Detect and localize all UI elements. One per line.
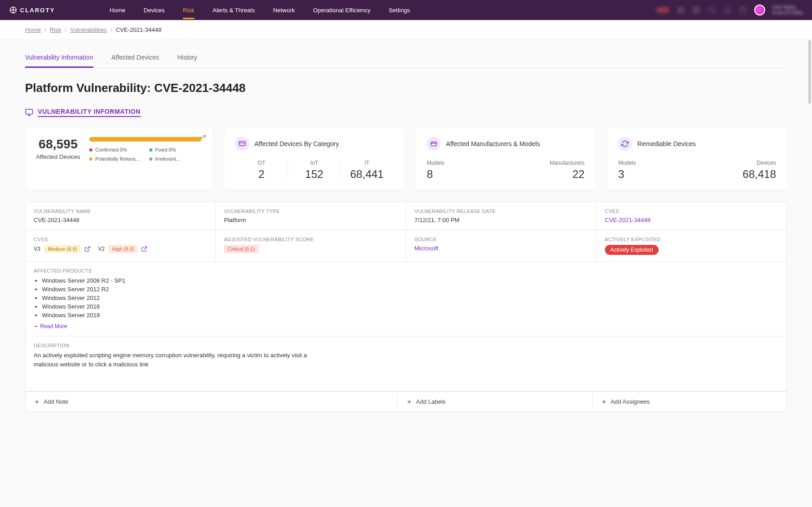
action-label: Add Labels bbox=[416, 398, 446, 405]
crumb-risk[interactable]: Risk bbox=[50, 26, 61, 33]
legend-irrelevant: Irrelevant... bbox=[149, 156, 202, 162]
cell-label: ADJUSTED VULNERABILITY SCORE bbox=[224, 237, 397, 242]
crumb-sep: / bbox=[65, 26, 67, 33]
nav-devices[interactable]: Devices bbox=[144, 1, 165, 19]
cell-cvss: CVSS V3 Medium (6.8) V2 High (9.3) bbox=[25, 230, 216, 261]
scrollbar[interactable] bbox=[808, 40, 811, 104]
cell-release-date: VULNERABILITY RELEASE DATE 7/12/21, 7:00… bbox=[406, 202, 597, 230]
cell-label: ACTIVELY EXPLOITED bbox=[605, 237, 778, 242]
read-more-button[interactable]: Read More bbox=[34, 323, 778, 330]
status-pill[interactable] bbox=[656, 7, 670, 13]
cvss-v3-badge: Medium (6.8) bbox=[44, 245, 81, 253]
svg-line-17 bbox=[87, 247, 90, 249]
products-list: Windows Server 2008 R2 - SP1 Windows Ser… bbox=[42, 277, 778, 319]
tab-affected-devices[interactable]: Affected Devices bbox=[112, 48, 159, 68]
card-manufacturers: Affected Manufacturers & Models Models 8… bbox=[416, 128, 596, 190]
nav-alerts[interactable]: Alerts & Threats bbox=[213, 1, 255, 19]
affected-count: 68,595 bbox=[36, 137, 80, 152]
add-labels-button[interactable]: Add Labels bbox=[398, 392, 593, 411]
cell-vuln-type: VULNERABILITY TYPE Platform bbox=[216, 202, 406, 230]
nav-items: Home Devices Risk Alerts & Threats Netwo… bbox=[110, 1, 410, 19]
stat-value: 68,418 bbox=[743, 168, 776, 181]
svg-rect-13 bbox=[239, 142, 245, 146]
external-link-icon[interactable] bbox=[84, 246, 91, 252]
avs-badge: Critical (9.1) bbox=[224, 245, 258, 253]
nav-settings[interactable]: Settings bbox=[389, 1, 410, 19]
cell-label: CVES bbox=[605, 208, 778, 214]
nav-network[interactable]: Network bbox=[273, 1, 295, 19]
external-link-icon[interactable] bbox=[141, 246, 147, 252]
help-icon[interactable] bbox=[739, 6, 747, 14]
cve-link[interactable]: CVE-2021-34448 bbox=[605, 217, 778, 223]
search-icon[interactable] bbox=[708, 6, 716, 14]
crumb-sep: / bbox=[45, 26, 46, 33]
nav-risk[interactable]: Risk bbox=[183, 1, 194, 19]
stat-label: Models bbox=[618, 160, 636, 166]
product-item: Windows Server 2008 R2 - SP1 bbox=[42, 277, 778, 284]
product-item: Windows Server 2012 bbox=[42, 294, 778, 301]
tab-vuln-info[interactable]: Vulnerability Information bbox=[25, 48, 93, 68]
avatar[interactable] bbox=[754, 5, 765, 15]
cell-vuln-name: VULNERABILITY NAME CVE-2021-34448 bbox=[25, 202, 216, 230]
cell-value: Platform bbox=[224, 217, 397, 223]
stat-value: 2 bbox=[240, 168, 283, 181]
legend-text: Irrelevant... bbox=[155, 156, 180, 162]
bell-icon[interactable] bbox=[723, 6, 731, 14]
cell-label: AFFECTED PRODUCTS bbox=[34, 268, 778, 274]
cell-description: DESCRIPTION An actively exploited script… bbox=[25, 336, 787, 391]
action-label: Add Assignees bbox=[611, 398, 650, 405]
legend-potential: Potentially Releva... bbox=[89, 156, 142, 162]
product-item: Windows Server 2019 bbox=[42, 312, 778, 319]
exploited-badge: Actively Exploited bbox=[605, 245, 659, 255]
add-assignees-button[interactable]: Add Assignees bbox=[593, 392, 787, 411]
user-info: User Name0 out of 0 Sites bbox=[772, 5, 803, 15]
cell-label: CVSS bbox=[34, 237, 207, 242]
grid-icon[interactable] bbox=[677, 6, 685, 14]
cell-label: VULNERABILITY RELEASE DATE bbox=[415, 208, 588, 214]
remediable-icon-wrap bbox=[618, 137, 632, 151]
nav-operational[interactable]: Operational Efficiency bbox=[313, 1, 370, 19]
svg-rect-10 bbox=[26, 109, 33, 114]
stat-value: 3 bbox=[618, 168, 636, 181]
nav-home[interactable]: Home bbox=[110, 1, 126, 19]
cell-value: CVE-2021-34448 bbox=[34, 217, 207, 223]
source-link[interactable]: Microsoft bbox=[415, 245, 588, 252]
brand-text: CLAROTY bbox=[20, 7, 55, 14]
box-icon bbox=[430, 140, 437, 147]
stat-value: 152 bbox=[293, 168, 336, 181]
cell-products: AFFECTED PRODUCTS Windows Server 2008 R2… bbox=[25, 262, 787, 336]
card-by-category: Affected Devices By Category OT 2 IoT 15… bbox=[224, 128, 404, 190]
affected-legend: Confirmed 0% Fixed 0% Potentially Releva… bbox=[89, 147, 202, 162]
breadcrumb: Home / Risk / Vulnerabilities / CVE-2021… bbox=[0, 20, 812, 40]
stat-manufacturers: Manufacturers 22 bbox=[550, 160, 585, 181]
svg-point-5 bbox=[695, 9, 698, 11]
stat-label: IoT bbox=[293, 160, 336, 166]
cell-label: DESCRIPTION bbox=[34, 343, 778, 348]
svg-rect-4 bbox=[682, 11, 684, 13]
crumb-vulnerabilities[interactable]: Vulnerabilities bbox=[70, 26, 107, 33]
crumb-home[interactable]: Home bbox=[25, 26, 41, 33]
gear-icon[interactable] bbox=[692, 6, 700, 14]
monitor-icon bbox=[239, 140, 246, 147]
dot-icon bbox=[89, 157, 92, 161]
section-header: VULNERABILITY INFORMATION bbox=[25, 108, 787, 117]
content-tabs: Vulnerability Information Affected Devic… bbox=[25, 48, 787, 68]
add-note-button[interactable]: Add Note bbox=[25, 392, 398, 411]
legend-fixed: Fixed 0% bbox=[149, 147, 202, 152]
cvss-v3-label: V3 bbox=[34, 246, 41, 252]
stat-it: IT 68,441 bbox=[340, 160, 393, 181]
tab-history[interactable]: History bbox=[177, 48, 197, 68]
product-item: Windows Server 2012 R2 bbox=[42, 286, 778, 293]
svg-rect-3 bbox=[678, 11, 680, 13]
category-icon-wrap bbox=[235, 137, 249, 151]
manuf-icon-wrap bbox=[427, 137, 441, 151]
stat-label: OT bbox=[240, 160, 283, 166]
card-title: Affected Devices By Category bbox=[254, 140, 339, 147]
stat-label: Devices bbox=[743, 160, 776, 166]
svg-rect-2 bbox=[682, 7, 684, 9]
svg-rect-1 bbox=[678, 7, 680, 9]
cell-value: 7/12/21, 7:00 PM bbox=[415, 217, 588, 223]
chart-icon[interactable] bbox=[199, 133, 206, 141]
affected-label: Affected Devices bbox=[36, 153, 80, 160]
logo[interactable]: CLAROTY bbox=[9, 6, 55, 14]
